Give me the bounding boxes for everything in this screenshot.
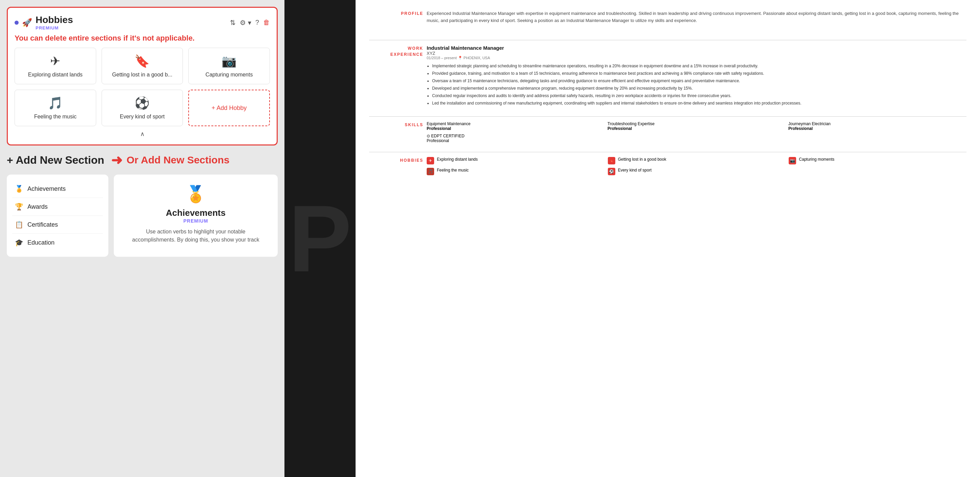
hobbies-resume-content: ✈ Exploring distant lands 🔖 Getting lost… <box>427 157 966 175</box>
hobby-label-exploring: Exploring distant lands <box>28 72 83 78</box>
left-panel: 🚀 Hobbies PREMIUM ⇅ ⚙ ▾ ? 🗑 You can dele… <box>0 0 285 477</box>
certificates-icon: 📋 <box>15 220 23 229</box>
chevron-up-icon: ∧ <box>140 130 145 138</box>
help-button[interactable]: ? <box>255 19 259 26</box>
hobby-resume-music-label: Feeling the music <box>437 168 469 173</box>
list-item-certificates[interactable]: 📋 Certificates <box>12 216 103 234</box>
hobby-resume-exploring: ✈ Exploring distant lands <box>427 157 605 165</box>
skill-1: Equipment Maintenance Professional <box>427 122 605 131</box>
skill-1-level: Professional <box>427 126 605 131</box>
hobby-label-sport: Every kind of sport <box>120 114 165 120</box>
list-item-achievements[interactable]: 🏅 Achievements <box>12 180 103 198</box>
premium-badge: PREMIUM <box>35 25 73 30</box>
work-exp-content: Industrial Maintenance Manager XYZ 01/20… <box>427 45 966 108</box>
settings-button[interactable]: ⚙ ▾ <box>240 19 251 27</box>
skills-section: SKILLS Equipment Maintenance Professiona… <box>369 122 966 143</box>
divider-1 <box>369 40 966 40</box>
bullet-4: Developed and implemented a comprehensiv… <box>432 85 966 91</box>
skill-3-name: Journeyman Electrician <box>788 122 966 126</box>
skills-label-col: SKILLS <box>369 122 423 143</box>
achievements-preview-card: 🏅 Achievements PREMIUM Use action verbs … <box>114 174 278 257</box>
resume-camera-icon: 📷 <box>789 157 796 165</box>
skill-3: Journeyman Electrician Professional <box>788 122 966 131</box>
hobby-resume-sport-label: Every kind of sport <box>618 168 652 173</box>
bottom-row: 🏅 Achievements 🏆 Awards 📋 Certificates 🎓… <box>7 174 278 257</box>
section-dot <box>14 21 19 25</box>
hobbies-grid: ✈ Exploring distant lands 🔖 Getting lost… <box>14 48 270 126</box>
achievements-icon: 🏅 <box>15 185 23 193</box>
delete-annotation: You can delete entire sections if it's n… <box>14 34 270 43</box>
hobbies-title-area: 🚀 Hobbies PREMIUM <box>14 14 73 30</box>
education-icon: 🎓 <box>15 239 23 247</box>
red-arrow-right-icon: ➜ <box>111 152 123 168</box>
section-title: Hobbies <box>35 14 73 25</box>
resume-panel: PROFILE Experienced Industrial Maintenan… <box>356 0 980 477</box>
header-actions: ⇅ ⚙ ▾ ? 🗑 <box>230 19 270 27</box>
hobbies-label-col: HOBBIES <box>369 157 423 175</box>
delete-button[interactable]: 🗑 <box>263 19 270 26</box>
hobbies-resume-section: HOBBIES ✈ Exploring distant lands 🔖 Gett… <box>369 157 966 175</box>
list-item-awards[interactable]: 🏆 Awards <box>12 198 103 216</box>
list-item-education[interactable]: 🎓 Education <box>12 234 103 251</box>
profile-text: Experienced Industrial Maintenance Manag… <box>427 10 966 24</box>
achievements-preview-desc: Use action verbs to highlight your notab… <box>124 228 267 244</box>
bullet-3: Oversaw a team of 15 maintenance technic… <box>432 78 966 84</box>
skill-3-level: Professional <box>788 126 966 131</box>
hobby-item-music[interactable]: 🎵 Feeling the music <box>14 90 96 126</box>
resume-soccer-icon: ⚽ <box>608 168 615 175</box>
work-exp-label: WORK EXPERIENCE <box>390 46 423 57</box>
achievements-preview-icon: 🏅 <box>186 185 206 204</box>
skills-grid: Equipment Maintenance Professional Troub… <box>427 122 966 131</box>
add-section-annotation: ➜ Or Add New Sections <box>111 152 229 168</box>
bookmark-icon: 🔖 <box>134 54 150 68</box>
skills-content: Equipment Maintenance Professional Troub… <box>427 122 966 143</box>
center-panel: P <box>285 0 356 477</box>
divider-2 <box>369 116 966 117</box>
hobbies-resume-label: HOBBIES <box>400 158 423 163</box>
skill-2-name: Troubleshooting Expertise <box>608 122 786 126</box>
sort-button[interactable]: ⇅ <box>230 19 236 27</box>
hobby-label-reading: Getting lost in a good b... <box>112 72 172 78</box>
add-new-section-button[interactable]: + Add New Section <box>7 154 104 166</box>
skills-label: SKILLS <box>405 122 423 127</box>
profile-label-col: PROFILE <box>369 10 423 31</box>
resume-music-icon: 🎵 <box>427 168 434 175</box>
profile-section: PROFILE Experienced Industrial Maintenan… <box>369 10 966 31</box>
profile-label: PROFILE <box>401 11 423 16</box>
education-label: Education <box>27 239 54 246</box>
hobby-item-reading[interactable]: 🔖 Getting lost in a good b... <box>102 48 183 84</box>
awards-label: Awards <box>27 203 48 211</box>
resume-airplane-icon: ✈ <box>427 157 434 165</box>
hobby-resume-reading: 🔖 Getting lost in a good book <box>608 157 786 165</box>
hobby-item-sport[interactable]: ⚽ Every kind of sport <box>102 90 183 126</box>
section-list-card: 🏅 Achievements 🏆 Awards 📋 Certificates 🎓… <box>7 174 108 257</box>
hobbies-resume-grid: ✈ Exploring distant lands 🔖 Getting lost… <box>427 157 966 175</box>
achievements-preview-title: Achievements <box>166 208 226 218</box>
music-icon: 🎵 <box>48 96 63 110</box>
hobby-label-music: Feeling the music <box>34 114 76 120</box>
bullet-1: Implemented strategic planning and sched… <box>432 63 966 69</box>
job-company: XYZ <box>427 51 966 56</box>
camera-icon: 📷 <box>221 54 237 68</box>
hobby-resume-capturing-label: Capturing moments <box>799 157 834 162</box>
skill-2-level: Professional <box>608 126 786 131</box>
hobbies-header: 🚀 Hobbies PREMIUM ⇅ ⚙ ▾ ? 🗑 <box>14 14 270 30</box>
airplane-icon: ✈ <box>50 54 60 68</box>
work-experience-section: WORK EXPERIENCE Industrial Maintenance M… <box>369 45 966 108</box>
watermark: P <box>288 191 352 286</box>
divider-3 <box>369 152 966 152</box>
job-meta: 01/2018 – present 📍 PHOENIX, USA <box>427 56 966 60</box>
add-section-area: + Add New Section ➜ Or Add New Sections <box>7 152 278 168</box>
job-bullets: Implemented strategic planning and sched… <box>427 63 966 106</box>
rocket-icon: 🚀 <box>22 18 32 27</box>
bullet-5: Conducted regular inspections and audits… <box>432 93 966 99</box>
hobby-resume-exploring-label: Exploring distant lands <box>437 157 478 162</box>
hobby-item-capturing[interactable]: 📷 Capturing moments <box>188 48 270 84</box>
hobby-resume-sport: ⚽ Every kind of sport <box>608 168 786 175</box>
resume-bookmark-icon: 🔖 <box>608 157 615 165</box>
hobby-resume-reading-label: Getting lost in a good book <box>618 157 667 162</box>
add-hobby-button[interactable]: + Add Hobby <box>188 90 270 126</box>
collapse-button[interactable]: ∧ <box>14 130 270 138</box>
hobbies-card: 🚀 Hobbies PREMIUM ⇅ ⚙ ▾ ? 🗑 You can dele… <box>7 7 278 146</box>
hobby-item-exploring[interactable]: ✈ Exploring distant lands <box>14 48 96 84</box>
